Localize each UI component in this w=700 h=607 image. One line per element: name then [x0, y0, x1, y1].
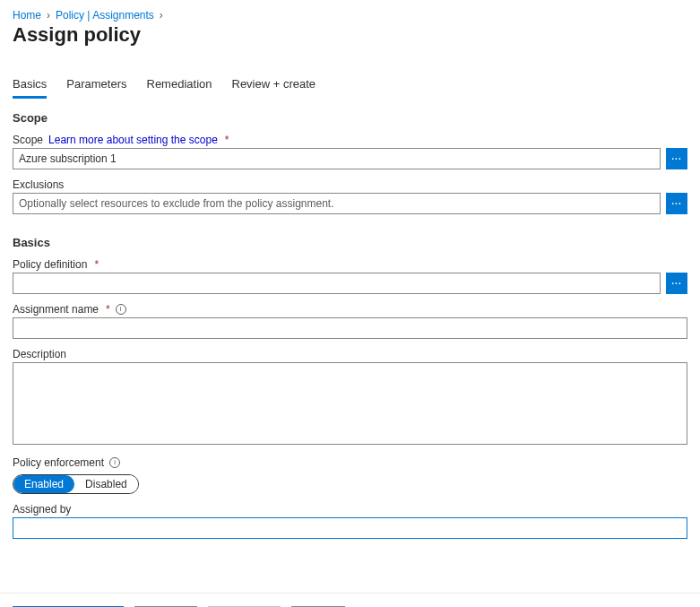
policy-enforcement-toggle: Enabled Disabled — [13, 474, 139, 494]
description-label: Description — [13, 348, 687, 360]
assigned-by-input[interactable] — [13, 517, 687, 539]
scope-label-row: Scope Learn more about setting the scope… — [13, 134, 687, 146]
scope-picker-button[interactable]: ... — [666, 148, 687, 169]
required-star: * — [106, 303, 110, 316]
tab-remediation[interactable]: Remediation — [147, 74, 212, 99]
breadcrumb-home[interactable]: Home — [13, 9, 41, 22]
info-icon[interactable]: i — [109, 457, 120, 468]
assignment-name-label: Assignment name — [13, 303, 99, 316]
scope-learn-more-link[interactable]: Learn more about setting the scope — [48, 134, 218, 146]
assigned-by-label: Assigned by — [13, 503, 687, 516]
tabs: Basics Parameters Remediation Review + c… — [13, 74, 687, 99]
exclusions-label: Exclusions — [13, 178, 687, 191]
description-input[interactable] — [13, 362, 687, 445]
toggle-enabled[interactable]: Enabled — [13, 475, 74, 493]
policy-enforcement-label-row: Policy enforcement i — [13, 456, 687, 469]
assignment-name-label-row: Assignment name* i — [13, 303, 687, 316]
assignment-name-input[interactable] — [13, 317, 687, 339]
section-scope-heading: Scope — [13, 111, 687, 125]
scope-input[interactable] — [13, 148, 661, 169]
required-star: * — [225, 134, 229, 146]
breadcrumb: Home › Policy | Assignments › — [13, 9, 687, 22]
info-icon[interactable]: i — [116, 304, 126, 315]
tab-basics[interactable]: Basics — [13, 74, 47, 99]
required-star: * — [94, 258, 99, 271]
toggle-disabled[interactable]: Disabled — [74, 475, 138, 493]
policy-definition-picker-button[interactable]: ... — [666, 273, 687, 294]
chevron-right-icon: › — [47, 9, 50, 22]
policy-definition-label-row: Policy definition* — [13, 258, 687, 271]
chevron-right-icon: › — [160, 9, 163, 22]
policy-definition-input[interactable] — [13, 273, 661, 294]
scope-label: Scope — [13, 134, 43, 146]
tab-review-create[interactable]: Review + create — [232, 74, 316, 99]
footer-bar: Review + create Cancel Previous Next — [0, 593, 700, 607]
exclusions-picker-button[interactable]: ... — [666, 193, 687, 214]
page-title: Assign policy — [13, 23, 687, 47]
breadcrumb-policy-assignments[interactable]: Policy | Assignments — [56, 9, 154, 22]
tab-parameters[interactable]: Parameters — [66, 74, 126, 99]
policy-enforcement-label: Policy enforcement — [13, 456, 104, 469]
section-basics-heading: Basics — [13, 236, 687, 249]
exclusions-input[interactable] — [13, 193, 661, 214]
policy-definition-label: Policy definition — [13, 258, 87, 271]
